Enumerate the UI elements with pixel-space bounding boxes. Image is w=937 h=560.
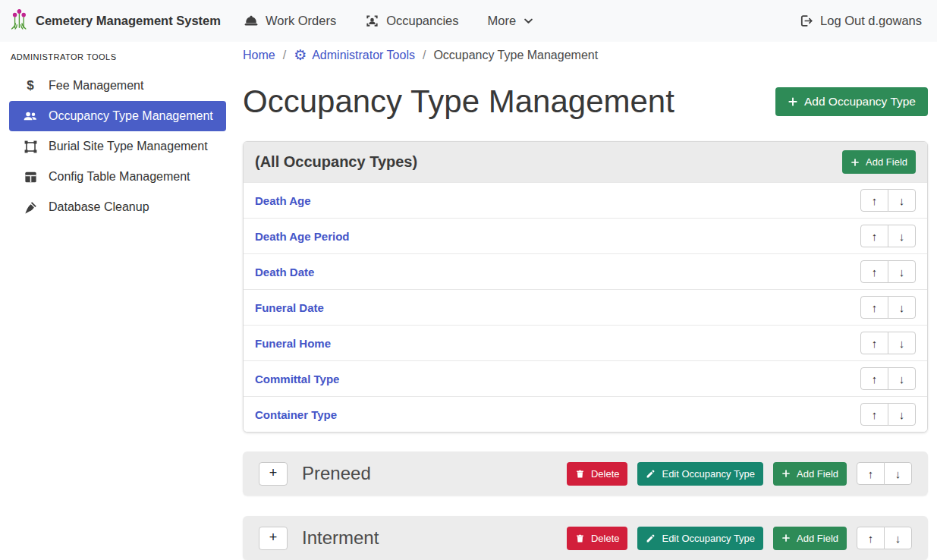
breadcrumb-link-home[interactable]: Home xyxy=(243,49,275,62)
dollar-icon: $ xyxy=(22,78,39,93)
logout-label: Log Out d.gowans xyxy=(820,14,922,28)
move-down-button[interactable]: ↓ xyxy=(888,260,916,283)
plus-icon xyxy=(788,96,798,107)
app-window: Cemetery Management System Work OrdersOc… xyxy=(0,0,937,560)
field-row-death-age: Death Age↑↓ xyxy=(244,182,927,218)
plus-icon xyxy=(781,533,791,543)
field-link-funeral-home[interactable]: Funeral Home xyxy=(255,337,331,350)
card-title: (All Occupancy Types) xyxy=(255,153,417,171)
reorder-button-group: ↑↓ xyxy=(860,403,916,426)
delete-button-label: Delete xyxy=(591,468,620,480)
section-title: Interment xyxy=(302,527,379,549)
add-field-button[interactable]: Add Field xyxy=(773,527,847,550)
logout-button[interactable]: Log Out d.gowans xyxy=(799,14,922,28)
arrow-down-icon: ↓ xyxy=(899,194,905,207)
field-row-committal-type: Committal Type↑↓ xyxy=(244,360,927,396)
arrow-down-icon: ↓ xyxy=(899,408,905,421)
sidebar-item-config-table-management[interactable]: Config Table Management xyxy=(9,162,226,192)
move-up-button[interactable]: ↑ xyxy=(857,527,885,549)
sidebar-item-fee-management[interactable]: $Fee Management xyxy=(9,71,226,101)
move-down-button[interactable]: ↓ xyxy=(884,462,912,485)
delete-button[interactable]: Delete xyxy=(567,527,628,550)
move-up-button[interactable]: ↑ xyxy=(860,332,888,354)
move-up-button[interactable]: ↑ xyxy=(860,260,888,283)
section-actions: DeleteEdit Occupancy TypeAdd Field↑↓ xyxy=(567,462,912,486)
tulip-logo-icon xyxy=(9,8,28,33)
move-up-button[interactable]: ↑ xyxy=(857,462,885,485)
move-down-button[interactable]: ↓ xyxy=(888,296,916,319)
sidebar-item-database-cleanup[interactable]: Database Cleanup xyxy=(9,192,226,222)
add-field-button-label: Add Field xyxy=(797,468,838,480)
move-up-button[interactable]: ↑ xyxy=(860,296,888,319)
field-link-death-age[interactable]: Death Age xyxy=(255,194,311,207)
edit-occupancy-type-button-label: Edit Occupancy Type xyxy=(662,533,755,544)
users-icon xyxy=(22,109,39,124)
reorder-button-group: ↑↓ xyxy=(860,332,916,354)
delete-button-label: Delete xyxy=(591,533,620,544)
field-link-funeral-date[interactable]: Funeral Date xyxy=(255,301,324,314)
move-up-button[interactable]: ↑ xyxy=(860,225,888,247)
expand-button[interactable]: + xyxy=(259,462,288,486)
breadcrumb-current: Occupancy Type Management xyxy=(433,49,598,62)
field-row-death-date: Death Date↑↓ xyxy=(244,253,927,289)
move-up-button[interactable]: ↑ xyxy=(860,403,888,426)
field-link-container-type[interactable]: Container Type xyxy=(255,408,337,421)
move-down-button[interactable]: ↓ xyxy=(888,225,916,247)
field-link-death-date[interactable]: Death Date xyxy=(255,266,314,278)
edit-occupancy-type-button-label: Edit Occupancy Type xyxy=(662,468,755,480)
breadcrumb: Home/⚙Administrator Tools/Occupancy Type… xyxy=(243,48,928,62)
delete-button[interactable]: Delete xyxy=(567,462,628,486)
nav-item-label: Occupancies xyxy=(386,14,458,28)
field-link-committal-type[interactable]: Committal Type xyxy=(255,373,339,385)
plus-icon xyxy=(781,469,791,478)
reorder-button-group: ↑↓ xyxy=(857,462,912,485)
reorder-button-group: ↑↓ xyxy=(860,189,916,212)
move-down-button[interactable]: ↓ xyxy=(884,527,912,549)
add-occupancy-type-button[interactable]: Add Occupancy Type xyxy=(775,87,928,116)
edit-occupancy-type-button[interactable]: Edit Occupancy Type xyxy=(637,527,763,550)
sidebar-item-occupancy-type-management[interactable]: Occupancy Type Management xyxy=(9,101,226,131)
expand-button[interactable]: + xyxy=(259,527,288,550)
frame-icon xyxy=(22,140,39,154)
arrow-up-icon: ↑ xyxy=(868,467,874,480)
arrow-down-icon: ↓ xyxy=(899,337,905,350)
plus-icon xyxy=(851,158,860,167)
all-occupancy-types-card: (All Occupancy Types) Add Field Death Ag… xyxy=(243,141,928,433)
sidebar-item-burial-site-type-management[interactable]: Burial Site Type Management xyxy=(9,131,226,162)
sidebar-item-label: Fee Management xyxy=(49,79,143,93)
arrow-up-icon: ↑ xyxy=(872,408,878,421)
section-actions: DeleteEdit Occupancy TypeAdd Field↑↓ xyxy=(567,527,912,550)
reorder-button-group: ↑↓ xyxy=(860,225,916,247)
add-field-button[interactable]: Add Field xyxy=(773,462,847,486)
nav-items: Work OrdersOccupanciesMore xyxy=(244,14,534,29)
sidebar-item-label: Config Table Management xyxy=(49,170,190,184)
nav-item-occupancies[interactable]: Occupancies xyxy=(365,14,458,29)
add-field-button[interactable]: Add Field xyxy=(842,150,916,174)
brand-link[interactable]: Cemetery Management System xyxy=(9,8,221,33)
section-header-interment: +IntermentDeleteEdit Occupancy TypeAdd F… xyxy=(243,516,928,560)
move-up-button[interactable]: ↑ xyxy=(860,367,888,390)
sidebar-item-label: Burial Site Type Management xyxy=(49,140,208,153)
nav-item-work-orders[interactable]: Work Orders xyxy=(244,14,336,29)
pencil-icon xyxy=(646,533,656,543)
arrow-up-icon: ↑ xyxy=(872,373,878,385)
edit-occupancy-type-button[interactable]: Edit Occupancy Type xyxy=(637,462,763,486)
move-down-button[interactable]: ↓ xyxy=(888,403,916,426)
section-header-preneed: +PreneedDeleteEdit Occupancy TypeAdd Fie… xyxy=(243,451,928,496)
reorder-button-group: ↑↓ xyxy=(857,527,912,549)
add-field-label: Add Field xyxy=(866,156,907,168)
move-down-button[interactable]: ↓ xyxy=(888,367,916,390)
move-down-button[interactable]: ↓ xyxy=(888,332,916,354)
breadcrumb-link-administrator-tools[interactable]: ⚙Administrator Tools xyxy=(294,48,415,62)
move-up-button[interactable]: ↑ xyxy=(860,189,888,212)
brand-title: Cemetery Management System xyxy=(36,14,221,28)
pencil-icon xyxy=(646,469,656,479)
nav-item-more[interactable]: More xyxy=(488,14,535,29)
breadcrumb-label: Home xyxy=(243,49,275,62)
arrow-up-icon: ↑ xyxy=(872,230,878,243)
nav-item-label: More xyxy=(488,14,517,28)
field-link-death-age-period[interactable]: Death Age Period xyxy=(255,230,349,243)
breadcrumb-separator: / xyxy=(423,49,426,62)
breadcrumb-separator: / xyxy=(283,49,286,62)
move-down-button[interactable]: ↓ xyxy=(888,189,916,212)
